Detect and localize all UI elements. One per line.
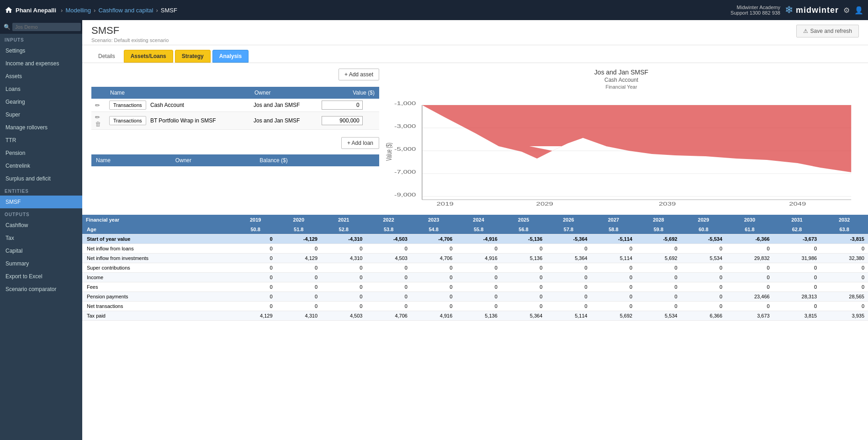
edit-asset-0-button[interactable]: ✏ [95,102,100,109]
cell-5-7: 0 [546,273,591,282]
cell-6-8: 0 [591,282,636,292]
cell-4-2: 0 [321,263,366,273]
cell-1-11: -6,366 [726,234,773,244]
asset-row-0: ✏ Transactions Cash Account Jos and Jan … [91,99,379,112]
cell-3-2: 4,310 [321,254,366,263]
sidebar-item-loans[interactable]: Loans [0,83,82,95]
cell-5-11: 0 [726,273,773,282]
sidebar-item-smsf[interactable]: SMSF [0,196,82,208]
financial-data-table: Financial year 2019 2020 2021 2022 2023 … [82,215,868,321]
cell-7-12: 28,313 [773,292,821,302]
user-account-icon[interactable]: 👤 [854,6,863,15]
cell-1-6: -5,136 [501,234,546,244]
cell-7-1: 0 [276,292,321,302]
cell-4-6: 0 [501,263,546,273]
tab-analysis[interactable]: Analysis [212,50,249,63]
sidebar-section-outputs: OUTPUTS Cashflow Tax Capital Summary Exp… [0,208,82,296]
edit-asset-1-button[interactable]: ✏ [95,114,100,121]
top-navigation: Phani Anepalli › Modelling › Cashflow an… [0,0,868,20]
cell-6-0: 0 [235,282,276,292]
loan-col-balance: Balance ($) [255,154,379,166]
cell-9-10: 6,366 [681,311,726,321]
col-2029: 2029 [681,215,726,225]
sidebar-item-centrelink[interactable]: Centrelink [0,159,82,172]
transactions-asset-1-button[interactable]: Transactions [109,116,146,125]
chart-area: -1,000 -3,000 -5,000 -7,000 -9,000 Value… [384,92,859,211]
cell-1-4: -4,706 [411,234,456,244]
cell-0-7: 57.8 [546,225,591,234]
loan-col-owner: Owner [171,154,255,166]
sidebar-item-income[interactable]: Income and expenses [0,57,82,70]
row-label-5: Income [82,273,235,282]
cell-6-13: 0 [820,282,868,292]
delete-asset-1-button[interactable]: 🗑 [95,121,101,127]
col-header-label: Financial year [82,215,235,225]
cell-0-6: 56.8 [501,225,546,234]
search-input[interactable] [12,23,81,31]
cell-5-9: 0 [636,273,681,282]
search-bar[interactable]: 🔍 [0,20,82,34]
cell-7-8: 0 [591,292,636,302]
sidebar-item-super[interactable]: Super [0,108,82,121]
content-header: SMSF Scenario: Default existing scenario… [82,20,868,45]
svg-text:-3,000: -3,000 [394,124,416,129]
tab-details[interactable]: Details [91,50,122,63]
tab-assets-loans[interactable]: Assets/Loans [124,50,173,63]
sidebar-item-gearing[interactable]: Gearing [0,95,82,108]
sidebar-item-summary[interactable]: Summary [0,257,82,270]
sidebar-item-pension[interactable]: Pension [0,147,82,159]
cell-2-4: 0 [411,244,456,254]
tab-strategy[interactable]: Strategy [175,50,211,63]
cell-7-4: 0 [411,292,456,302]
svg-marker-15 [422,105,851,172]
cell-0-2: 52.8 [321,225,366,234]
cell-7-5: 0 [456,292,501,302]
save-refresh-button[interactable]: ⚠ Save and refresh [796,25,859,37]
entities-section-header: ENTITIES [0,185,82,196]
sidebar-item-ttr[interactable]: TTR [0,134,82,147]
sidebar-item-comparator[interactable]: Scenario comparator [0,283,82,296]
sidebar-item-rollovers[interactable]: Manage rollovers [0,121,82,134]
cell-3-13: 32,380 [820,254,868,263]
sidebar-item-cashflow[interactable]: Cashflow [0,219,82,232]
data-row-8: Net transactions00000000000000 [82,302,868,311]
sidebar-item-tax[interactable]: Tax [0,232,82,244]
asset-1-value-input[interactable] [322,116,363,125]
sidebar-item-surplus[interactable]: Surplus and deficit [0,172,82,185]
cell-2-11: 0 [726,244,773,254]
settings-icon[interactable]: ⚙ [843,6,850,15]
breadcrumb-modelling[interactable]: Modelling [65,7,91,14]
add-asset-button[interactable]: + Add asset [339,69,379,80]
sidebar-item-assets[interactable]: Assets [0,70,82,83]
chart-title: Jos and Jan SMSF [384,69,859,76]
data-row-2: Net inflow from loans00000000000000 [82,244,868,254]
brand-logo[interactable]: Phani Anepalli [5,6,56,14]
transactions-asset-0-button[interactable]: Transactions [109,101,146,110]
cell-7-10: 0 [681,292,726,302]
cell-4-3: 0 [366,263,411,273]
cell-6-2: 0 [321,282,366,292]
search-icon: 🔍 [4,24,11,30]
sidebar-item-capital[interactable]: Capital [0,244,82,257]
chart-subtitle: Cash Account [384,77,859,83]
col-2028: 2028 [636,215,681,225]
cell-2-10: 0 [681,244,726,254]
cell-2-13: 0 [820,244,868,254]
cell-2-2: 0 [321,244,366,254]
asset-0-value-input[interactable] [322,101,363,110]
sidebar-section-entities: ENTITIES SMSF [0,185,82,208]
col-2030: 2030 [726,215,773,225]
cell-6-10: 0 [681,282,726,292]
cell-3-10: 5,534 [681,254,726,263]
cell-3-3: 4,503 [366,254,411,263]
svg-text:Value ($): Value ($) [385,143,393,161]
row-label-3: Net inflow from investments [82,254,235,263]
breadcrumb-cashflow[interactable]: Cashflow and capital [98,7,153,14]
sidebar-item-settings[interactable]: Settings [0,44,82,57]
cell-1-13: -3,815 [820,234,868,244]
sidebar-item-export[interactable]: Export to Excel [0,270,82,283]
add-loan-button[interactable]: + Add loan [341,137,379,149]
cell-4-12: 0 [773,263,821,273]
cell-6-6: 0 [501,282,546,292]
row-label-4: Super contributions [82,263,235,273]
